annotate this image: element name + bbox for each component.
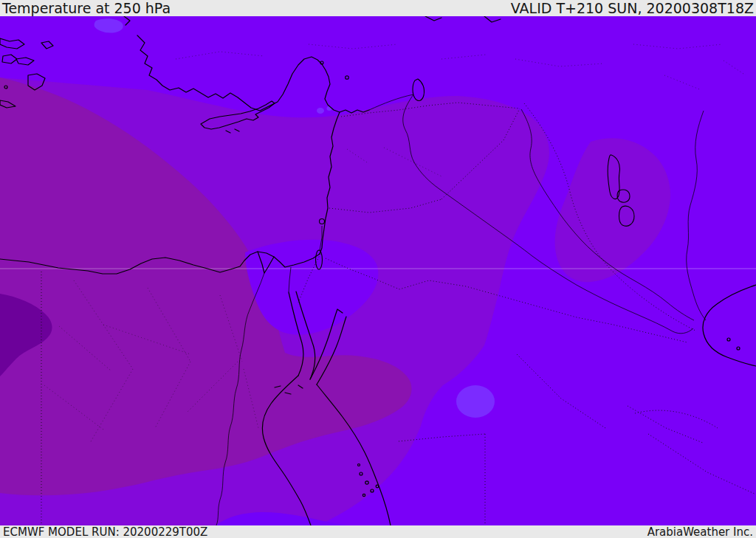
- band-blue-violet-cyprus-dot2: [327, 106, 332, 111]
- band-blue-violet-cyprus-dot1: [317, 108, 324, 114]
- weather-map: [0, 16, 756, 525]
- temperature-map-canvas: [0, 16, 756, 525]
- header-bar: Temperature at 250 hPa VALID T+210 SUN, …: [0, 0, 756, 16]
- map-title: Temperature at 250 hPa: [2, 0, 171, 16]
- valid-time-label: VALID T+210 SUN, 20200308T18Z: [511, 0, 754, 16]
- model-run-label: ECMWF MODEL RUN: 20200229T00Z: [3, 525, 207, 538]
- footer-bar: ECMWF MODEL RUN: 20200229T00Z ArabiaWeat…: [0, 525, 756, 538]
- temperature-bands: [0, 16, 756, 525]
- band-blue-violet-saudi-oval: [456, 385, 495, 418]
- branding-label: ArabiaWeather Inc.: [647, 525, 753, 538]
